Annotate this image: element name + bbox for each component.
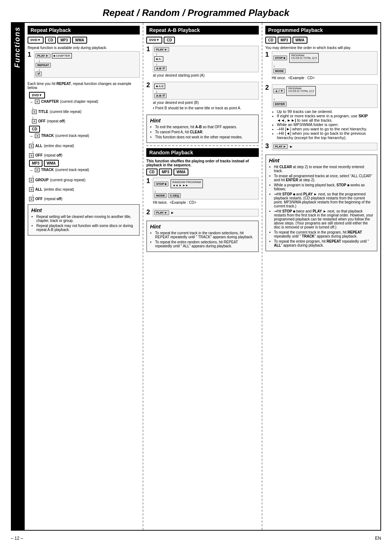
programmed-intro: You may determine the order in which tra… bbox=[265, 46, 377, 50]
prog-note-3: While an MP3/WMA folder is open: bbox=[277, 122, 377, 127]
prog-note-4: –Hit [►] when you want to go to the next… bbox=[277, 127, 377, 131]
format-wma: WMA bbox=[72, 37, 87, 44]
random-playback-section: Random Playback This function shuffles t… bbox=[146, 145, 258, 252]
repeat-intro: Repeat function is available only during… bbox=[28, 46, 140, 50]
prog-note-2: If eight or more tracks were in a progra… bbox=[277, 114, 377, 122]
repeat-formats: DVD▼ CD MP3 WMA bbox=[28, 37, 140, 44]
repeat-hint-1: Repeat setting will be cleared when movi… bbox=[36, 215, 136, 223]
repeat-step1-note: Each time you hit REPEAT, repeat functio… bbox=[28, 82, 140, 90]
repeat-diagram-1: PLAY ► ■ CHAPTER ↓ REPEAT ↓ ↺ bbox=[34, 51, 140, 78]
ab-hint-box: Hint To exit the sequence, hit A-B so th… bbox=[146, 114, 258, 143]
chain-group-mp3: ≡ GROUP (current group repeat) bbox=[29, 178, 140, 182]
page-number: – 12 – bbox=[11, 536, 23, 541]
repeat-ab-formats: DVD▼ CD bbox=[146, 37, 258, 44]
repeat-ab-column: Repeat A-B Playback DVD▼ CD 1 PLAY ► ↓ bbox=[143, 23, 262, 530]
ab-step1: 1 PLAY ► ↓ ■ A- ↓ A-B ↺ bbox=[146, 46, 258, 79]
random-diagram-2: PLAY ► ► bbox=[153, 209, 258, 216]
prog-diagram-2: ▲ / ▼ PROGRAM CD-DA 01 TOTAL 12:3 ░░░░░░… bbox=[272, 84, 377, 108]
chain-all-mp3: ≡ ALL (entire disc repeat) bbox=[29, 187, 140, 192]
prog-hint-6: To repeat the current track in the progr… bbox=[274, 230, 374, 238]
prog-hint-4: ⇒Hit STOP ■ and PLAY ► next, so that the… bbox=[274, 192, 374, 208]
prog-step2-notes: Up to 99 tracks can be ordered. If eight… bbox=[272, 109, 377, 140]
ab-hint-2: To cancel Point A, hit CLEAR. bbox=[155, 130, 255, 134]
random-step1: 1 STOP ■ RANDOM PROGRAM◄◄ ► ►► ↓ MODE bbox=[146, 178, 258, 206]
sidebar-functions: Functions bbox=[12, 23, 25, 530]
cd-chain: CD → ≡ TRACK (current track repeat) ↓ ≡ … bbox=[29, 126, 140, 158]
ab-hints-list: To exit the sequence, hit A-B so that OF… bbox=[150, 125, 255, 139]
chain-track-mp3: → ≡ TRACK (current track repeat) bbox=[29, 168, 140, 173]
repeat-hints-list: Repeat setting will be cleared when movi… bbox=[31, 215, 136, 232]
ab-diagram-2: ■ A-B ↓ A-B ↺ bbox=[153, 82, 258, 100]
dvd-chain: DVD▼ → ≡ CHAPTER (current chapter repeat… bbox=[29, 92, 140, 123]
repeat-step1: 1 PLAY ► ■ CHAPTER ↓ REPEAT ↓ bbox=[28, 51, 140, 79]
prog-diagram-3: PLAY ► ► bbox=[272, 143, 377, 150]
ab-diagram-1: PLAY ► ↓ ■ A- ↓ A-B ↺ bbox=[153, 46, 258, 72]
prog-hint-1: Hit CLEAR at step 2) to erase the most r… bbox=[274, 165, 374, 173]
chain-chapter: → ≡ CHAPTER (current chapter repeat) bbox=[29, 100, 140, 105]
prog-hint-box: Hint Hit CLEAR at step 2) to erase the m… bbox=[265, 154, 377, 251]
prog-note-5: –Hit [◄] when you want to go back to the… bbox=[277, 131, 377, 140]
random-hit-twice: Hit twice. <Example : CD> bbox=[153, 200, 258, 204]
prog-step2: 2 ▲ / ▼ PROGRAM CD-DA 01 TOTAL 12:3 ░░░░… bbox=[265, 84, 377, 140]
mp3wma-chain: MP3 WMA → ≡ TRACK (current track repeat)… bbox=[29, 160, 140, 201]
random-formats: CD MP3 WMA bbox=[146, 169, 258, 175]
ab-step2-desc: at your desired end point (B) bbox=[153, 101, 258, 105]
locale: EN bbox=[375, 536, 381, 541]
prog-hint-5: ⇒Hit STOP ■ twice and PLAY ► next, so th… bbox=[274, 209, 374, 229]
ab-step2: 2 ■ A-B ↓ A-B ↺ at your desired end poin… bbox=[146, 82, 258, 112]
prog-hint-2: To erase all programmed tracks at once, … bbox=[274, 174, 374, 182]
random-step2: 2 PLAY ► ► bbox=[146, 209, 258, 218]
programmed-header: Programmed Playback bbox=[265, 26, 377, 35]
prog-hint-7: To repeat the entire program, hit REPEAT… bbox=[274, 239, 374, 247]
random-hint-2: To repeat the entire random selections, … bbox=[155, 240, 255, 248]
repeat-ab-header: Repeat A-B Playback bbox=[146, 26, 258, 35]
ab-hint-1: To exit the sequence, hit A-B so that OF… bbox=[155, 125, 255, 129]
random-hint-box: Hint To repeat the current track in the … bbox=[146, 220, 258, 252]
ab-step1-desc: at your desired starting point (A) bbox=[153, 73, 258, 77]
random-diagram-1: STOP ■ RANDOM PROGRAM◄◄ ► ►► ↓ MODE C.SE… bbox=[153, 178, 258, 199]
prog-hints-list: Hit CLEAR at step 2) to erase the most r… bbox=[269, 165, 374, 247]
ab-hint-3: This function does not work in the other… bbox=[155, 135, 255, 139]
page-container: Repeat / Random / Programmed Playback Fu… bbox=[11, 7, 381, 542]
chain-all-cd: ≡ ALL (entire disc repeat) bbox=[29, 144, 140, 148]
format-dvd: DVD▼ bbox=[28, 37, 44, 44]
prog-note-1: Up to 99 tracks can be ordered. bbox=[277, 109, 377, 114]
repeat-hint-box: Hint Repeat setting will be cleared when… bbox=[28, 204, 140, 236]
page-footer: – 12 – EN bbox=[11, 534, 381, 542]
format-mp3: MP3 bbox=[57, 37, 71, 44]
prog-diagram-1: STOP ■ PROGRAM CD-DA 01 TOTAL 12:3 ░░░░░… bbox=[272, 51, 377, 75]
random-header: Random Playback bbox=[146, 148, 258, 157]
random-hint-1: To repeat the current track in the rando… bbox=[155, 231, 255, 239]
chain-off-cd: ≡ OFF (repeat off) bbox=[29, 153, 140, 158]
prog-step1: 1 STOP ■ PROGRAM CD-DA 01 TOTAL 12:3 ░░░… bbox=[265, 51, 377, 81]
chain-off-dvd: ≡ OFF (repeat off) bbox=[29, 119, 140, 123]
random-desc: This function shuffles the playing order… bbox=[146, 159, 258, 167]
chain-title: ≡ TITLE (current title repeat) bbox=[29, 110, 140, 114]
repeat-playback-header: Repeat Playback bbox=[28, 26, 140, 35]
ab-note1: • Point B should be in the same title or… bbox=[153, 106, 258, 110]
format-cd: CD bbox=[45, 37, 56, 44]
random-hints-list: To repeat the current track in the rando… bbox=[150, 231, 255, 248]
chain-track-cd: → ≡ TRACK (current track repeat) bbox=[29, 134, 140, 139]
repeat-playback-column: Repeat Playback DVD▼ CD MP3 WMA Repeat f… bbox=[25, 23, 143, 530]
programmed-playback-column: Programmed Playback CD MP3 WMA You may d… bbox=[262, 23, 380, 530]
page-title: Repeat / Random / Programmed Playback bbox=[11, 7, 381, 19]
chain-off-mp3: ≡ OFF (repeat off) bbox=[29, 197, 140, 201]
programmed-formats: CD MP3 WMA bbox=[265, 37, 377, 44]
repeat-hint-2: Repeat playback may not function with so… bbox=[36, 224, 136, 232]
prog-step1-example: Hit once. <Example : CD> bbox=[272, 76, 377, 80]
prog-hint-3: While a program is being played back, ST… bbox=[274, 183, 374, 191]
prog-step3: 3 PLAY ► ► bbox=[265, 143, 377, 151]
